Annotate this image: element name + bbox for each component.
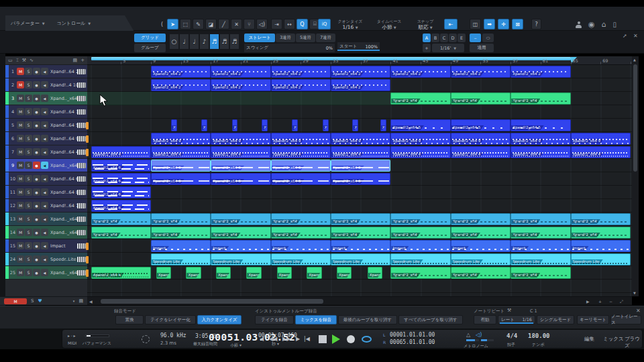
clip[interactable]: Xpa	[380, 119, 386, 131]
vertical-scroll-thumb[interactable]	[633, 64, 637, 172]
undo-all-loops-button[interactable]: すべてのループを取り消す	[398, 315, 463, 324]
clip[interactable]: Xpand!2_x64 2	[211, 79, 270, 91]
instrument-keyboard-icon[interactable]	[77, 270, 86, 276]
solo-button[interactable]: S	[25, 68, 32, 75]
mute-button[interactable]: M	[17, 121, 24, 129]
clip[interactable]: Xpand!2_x64	[91, 227, 151, 239]
clip[interactable]: Xpand!2_x64	[331, 213, 390, 225]
clip[interactable]: Xpand!2_x64	[511, 227, 570, 239]
play-button[interactable]	[332, 335, 340, 344]
clip[interactable]: Xpand!2_x64	[331, 227, 390, 239]
instrument-keyboard-icon[interactable]	[77, 190, 86, 195]
clip[interactable]: Xpand!2_x64 6	[151, 160, 211, 172]
paint-tool[interactable]: ✎	[193, 19, 204, 29]
clip[interactable]: Speedrum Lite	[390, 253, 450, 265]
clip[interactable]: Xpand!2_x64	[91, 213, 151, 225]
mute-button[interactable]: M	[17, 202, 24, 209]
mute-button[interactable]: M	[17, 175, 24, 182]
note-32nd[interactable]: ♬	[219, 34, 229, 50]
return-to-zero-button[interactable]: |◀	[304, 336, 310, 342]
playhead-position-label[interactable]: 小節 ▾	[230, 343, 241, 349]
clip[interactable]: Impact	[390, 240, 450, 252]
edit-view-button[interactable]: 編集	[584, 336, 594, 343]
track-row-5[interactable]: 5MS●◀Xpand!..64 5	[5, 119, 87, 132]
eraser-tool[interactable]: ◪	[205, 19, 217, 29]
clip[interactable]: Xpand!2_x64 6	[331, 160, 390, 172]
clip[interactable]: Speedrum Lite	[331, 253, 390, 265]
record-arm-button[interactable]: ●	[33, 108, 40, 115]
clip[interactable]: Xpand!2_x64 9	[151, 133, 211, 145]
parameter-dropdown[interactable]: パラメーター	[11, 20, 40, 27]
record-takes-button[interactable]: テイクを録音	[255, 315, 294, 324]
track-row-6[interactable]: 6MS●◀Xpand!..64 9	[5, 132, 87, 145]
clip[interactable]: Xpand!2_x64 5	[511, 119, 570, 131]
solo-button[interactable]: S	[25, 95, 32, 102]
horizontal-scroll-thumb[interactable]	[101, 299, 323, 304]
clip[interactable]: Xpand!2_x64 9	[451, 133, 511, 145]
clip[interactable]: Xpand!2_x64	[571, 213, 631, 225]
clip[interactable]: Xpand!2_x64 2	[271, 79, 331, 91]
mute-button[interactable]: M	[17, 229, 24, 236]
instrument-keyboard-icon[interactable]	[77, 257, 86, 262]
instrument-keyboard-icon[interactable]	[77, 109, 86, 115]
clip[interactable]: Speedrum Lite	[451, 253, 511, 265]
arrange-view[interactable]: 5913172125293337414549535761656973 Xpand…	[87, 56, 632, 296]
clip[interactable]: Xpand!2_x64 4	[91, 146, 151, 158]
clip[interactable]: Xpa	[323, 119, 329, 131]
track-row-9[interactable]: 9MS●◀Xpand.._x64	[5, 159, 87, 172]
solo-button[interactable]: S	[25, 215, 32, 223]
solo-button[interactable]: S	[25, 255, 32, 263]
track-row-25[interactable]: 25MS●◀Xpand.._x64	[5, 266, 87, 280]
track-row-4[interactable]: 4MS●◀Xpand!..64 3	[5, 105, 87, 119]
preset-B[interactable]: B	[431, 34, 439, 42]
control-dropdown[interactable]: コントロール	[57, 20, 86, 27]
feel-3連符[interactable]: 3連符	[276, 34, 295, 42]
clip[interactable]: Speedrum Lite	[571, 253, 631, 265]
monitor-button[interactable]: ◀	[41, 188, 48, 196]
chevron-down-icon[interactable]: ▾	[73, 299, 75, 303]
monitor-button[interactable]: ◀	[41, 215, 48, 223]
note-16th[interactable]: ♬	[209, 34, 219, 50]
clip[interactable]: Xpand!2_x64 4	[151, 146, 211, 158]
record-arm-button[interactable]: ●	[33, 269, 40, 276]
range-tool[interactable]: ⬚	[180, 19, 191, 29]
clip[interactable]: Xpand!2_x64 4	[511, 146, 570, 158]
monitor-button[interactable]: ◀	[41, 121, 48, 129]
solo-button[interactable]: S	[25, 135, 32, 142]
stop-button[interactable]	[319, 335, 327, 343]
note-half[interactable]: ♩	[179, 34, 189, 50]
tie-mode-icon[interactable]: ⎯	[470, 34, 481, 42]
clip[interactable]: Impact	[331, 240, 390, 252]
rewind-button[interactable]: ◀◀	[269, 336, 277, 342]
clip[interactable]: Xpand!2	[277, 267, 292, 279]
home-icon[interactable]: ⌂	[602, 20, 606, 29]
clip[interactable]: Xpand!2_x64 9	[331, 133, 390, 145]
loop-range[interactable]	[91, 57, 571, 60]
monitor-button[interactable]: ◀	[41, 108, 48, 115]
record-arm-button[interactable]: ●	[33, 175, 40, 182]
clip[interactable]: Xpand!2_x64 9	[390, 133, 450, 145]
solo-button[interactable]: S	[25, 108, 32, 115]
clip[interactable]: Xpa	[171, 119, 177, 131]
preset-D[interactable]: D	[449, 34, 457, 42]
wrench-icon[interactable]: ⚒	[22, 58, 26, 63]
clip[interactable]: Xpa	[292, 119, 298, 131]
zoom-out-icon[interactable]: −	[609, 299, 612, 304]
clip[interactable]: Xpand!2_x64 2	[331, 66, 390, 78]
tempo[interactable]: 180.00	[528, 333, 550, 339]
instrument-keyboard-icon[interactable]	[77, 69, 86, 74]
monitor-button[interactable]: ◀	[41, 95, 48, 102]
clip[interactable]: Impact	[571, 240, 631, 252]
solo-button[interactable]: S	[25, 229, 32, 236]
grid-toggle[interactable]: グリッド	[134, 34, 166, 42]
knife-tool[interactable]: ╱	[218, 19, 229, 29]
solo-button[interactable]: S	[25, 188, 32, 196]
browse-view-button[interactable]: ブラウズ	[625, 336, 642, 349]
track-row-3[interactable]: 3MS●◀Xpand.._x64	[5, 92, 87, 105]
clip[interactable]: Xpand!2_x64 2	[511, 66, 570, 78]
solo-button[interactable]: S	[25, 148, 32, 156]
next-bar-button[interactable]: ▶	[296, 336, 300, 342]
input-quantize-button[interactable]: 入力クオンタイズ	[197, 315, 241, 324]
instrument-keyboard-icon[interactable]	[77, 203, 86, 208]
record-button[interactable]	[347, 335, 355, 343]
